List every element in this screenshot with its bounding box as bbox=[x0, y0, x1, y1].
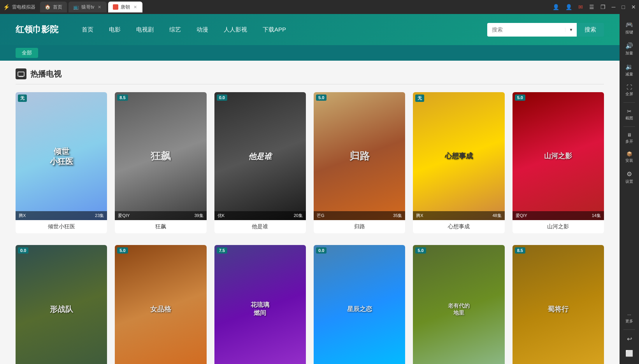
card-hualuli[interactable]: 花琉璃燃间 7.5 腾X 26集 花琉璃燃间 bbox=[214, 245, 306, 364]
section-hot-title: 热播电视 bbox=[30, 69, 61, 79]
sidebar-more-label: 更多 bbox=[625, 318, 633, 324]
nav-movie[interactable]: 电影 bbox=[109, 24, 121, 35]
card-qingshi[interactable]: 倾世小狂医 无 腾X 23集 倾世小狂医 bbox=[16, 92, 107, 233]
card-shujianxing[interactable]: 蜀将行 8.5 腾X 39集 蜀将行 bbox=[513, 245, 604, 364]
sidebar-settings-btn[interactable]: ⚙ 设置 bbox=[621, 167, 637, 187]
sidebar-controller-btn[interactable]: 🎮 按键 bbox=[621, 18, 637, 38]
titlebar-menu-icon[interactable]: ☰ bbox=[589, 4, 594, 10]
tab-home-label: 首页 bbox=[53, 4, 62, 10]
sidebar-fullscreen-btn[interactable]: ⛶ 全屏 bbox=[621, 81, 637, 100]
card-tashishui[interactable]: 他是谁 0.0 优K 20集 他是谁 bbox=[214, 92, 306, 233]
app-logo: 红领巾影院 bbox=[16, 24, 58, 35]
sidebar-multiopen-label: 多开 bbox=[625, 139, 633, 144]
nav-download[interactable]: 下载APP bbox=[263, 24, 286, 35]
sidebar-settings-label: 设置 bbox=[625, 179, 633, 184]
sidebar-volume-up-btn[interactable]: 🔊 加量 bbox=[621, 39, 637, 59]
sidebar-volume-down-btn[interactable]: 🔉 减量 bbox=[621, 60, 637, 80]
sidebar-controller-label: 按键 bbox=[625, 30, 633, 35]
sidebar-back-btn[interactable]: ↩ bbox=[621, 332, 637, 346]
titlebar-minimize-icon[interactable]: ─ bbox=[612, 4, 616, 10]
tab-home[interactable]: 🏠 首页 bbox=[40, 2, 67, 12]
card-badge-10: 5.0 bbox=[415, 247, 426, 254]
card-badge-7: 5.0 bbox=[117, 247, 128, 254]
card-meta-0: 腾X 23集 bbox=[16, 211, 107, 220]
titlebar-account-icon[interactable]: 👤 bbox=[565, 4, 572, 10]
app-header: 红领巾影院 首页 电影 电视剧 综艺 动漫 人人影视 下载APP ▼ 搜索 bbox=[0, 14, 620, 45]
nav-rrtv[interactable]: 人人影视 bbox=[224, 24, 247, 35]
settings-icon: ⚙ bbox=[627, 170, 632, 178]
card-meta-3: 芒G 35集 bbox=[314, 211, 405, 220]
more-icon: ··· bbox=[627, 312, 631, 317]
right-sidebar: 🎮 按键 🔊 加量 🔉 减量 ⛶ 全屏 ✂ 截图 🖥 bbox=[620, 14, 639, 364]
home-circle-icon: ⬜ bbox=[625, 350, 633, 357]
card-badge-2: 0.0 bbox=[217, 94, 227, 101]
fullscreen-icon: ⛶ bbox=[627, 84, 632, 90]
card-meta-5: 爱QIY 14集 bbox=[513, 211, 604, 220]
sidebar-home-btn[interactable]: ⬜ bbox=[621, 346, 637, 360]
card-badge-9: 0.0 bbox=[316, 247, 327, 254]
sidebar-multiopen-btn[interactable]: 🖥 多开 bbox=[621, 129, 637, 147]
tab-tangchao[interactable]: 唐朝 ✕ bbox=[108, 2, 142, 12]
sidebar-install-label: 安装 bbox=[625, 158, 633, 163]
screenshot-icon: ✂ bbox=[627, 108, 632, 114]
nav-menu: 首页 电影 电视剧 综艺 动漫 人人影视 下载APP bbox=[82, 24, 286, 35]
titlebar-person-icon[interactable]: 👤 bbox=[553, 4, 559, 10]
section-hot-header: 热播电视 bbox=[16, 68, 604, 84]
sidebar-screenshot-label: 截图 bbox=[625, 116, 633, 121]
card-badge-6: 0.0 bbox=[18, 247, 28, 254]
sidebar-screenshot-btn[interactable]: ✂ 截图 bbox=[621, 105, 637, 124]
card-title-4: 心想事成 bbox=[413, 220, 504, 233]
card-kuangbiao[interactable]: 狂飙 8.5 爱QIY 39集 狂飙 bbox=[115, 92, 206, 233]
card-title-1: 狂飙 bbox=[115, 220, 206, 233]
nav-tv[interactable]: 电视剧 bbox=[136, 24, 154, 35]
card-xinxiang[interactable]: 心想事成 无 腾X 48集 心想事成 bbox=[413, 92, 504, 233]
sidebar-divider-3 bbox=[623, 329, 635, 330]
sidebar-divider-2 bbox=[623, 126, 635, 127]
nav-variety[interactable]: 综艺 bbox=[169, 24, 181, 35]
sidebar-volume-up-label: 加量 bbox=[625, 51, 633, 56]
sidebar-more-btn[interactable]: ··· 更多 bbox=[621, 309, 637, 327]
tab-huiji-close[interactable]: ✕ bbox=[97, 4, 102, 10]
volume-down-icon: 🔉 bbox=[625, 63, 633, 70]
card-guilu[interactable]: 归路 5.0 芒G 35集 归路 bbox=[314, 92, 405, 233]
tab-tangchao-label: 唐朝 bbox=[121, 4, 130, 10]
hot-tv-grid: 倾世小狂医 无 腾X 23集 倾世小狂医 bbox=[16, 92, 604, 233]
card-nvpinge[interactable]: 女品格 5.0 芒G 55集 女品格 bbox=[115, 245, 206, 364]
sub-nav: 全部 bbox=[0, 45, 620, 61]
sidebar-fullscreen-label: 全屏 bbox=[625, 91, 633, 97]
titlebar-copy-icon[interactable]: ❐ bbox=[600, 4, 606, 10]
card-laoyou[interactable]: 老有代的地里 5.0 爱G 60集 老有代的地里 bbox=[413, 245, 504, 364]
search-area: ▼ 搜索 bbox=[487, 23, 604, 37]
card-title-2: 他是谁 bbox=[214, 220, 306, 233]
title-bar: ⚡ 雷电模拟器 🏠 首页 📺 猿哥tv ✕ 唐朝 ✕ 👤 👤 ✉ ☰ ❐ ─ □… bbox=[0, 0, 639, 14]
sidebar-install-btn[interactable]: 📦 安装 bbox=[621, 148, 637, 166]
card-xingzhan[interactable]: 形战队 0.0 优K 18集 形战队 bbox=[16, 245, 107, 364]
sidebar-divider-1 bbox=[623, 102, 635, 103]
card-badge-3: 5.0 bbox=[316, 94, 327, 101]
card-meta-2: 优K 20集 bbox=[214, 211, 306, 220]
hot-tv-grid-2: 形战队 0.0 优K 18集 形战队 bbox=[16, 245, 604, 364]
app-title: 雷电模拟器 bbox=[12, 4, 35, 10]
tab-huiji[interactable]: 📺 猿哥tv ✕ bbox=[68, 2, 107, 12]
nav-home[interactable]: 首页 bbox=[82, 24, 93, 35]
sub-nav-all[interactable]: 全部 bbox=[16, 48, 38, 58]
titlebar-close-icon[interactable]: ✕ bbox=[631, 4, 636, 10]
card-xingchen[interactable]: 星辰之恋 0.0 优K 40集 星辰之恋 bbox=[314, 245, 405, 364]
volume-up-icon: 🔊 bbox=[625, 42, 633, 49]
svg-rect-0 bbox=[18, 72, 24, 76]
card-title-5: 山河之影 bbox=[513, 220, 604, 233]
card-shanhe[interactable]: 山河之影 5.0 爱QIY 14集 山河之影 bbox=[513, 92, 604, 233]
sidebar-volume-down-label: 减量 bbox=[625, 72, 633, 77]
search-button[interactable]: 搜索 bbox=[577, 23, 604, 37]
nav-anime[interactable]: 动漫 bbox=[197, 24, 208, 35]
search-dropdown-btn[interactable]: ▼ bbox=[565, 28, 577, 32]
titlebar-maximize-icon[interactable]: □ bbox=[622, 4, 625, 10]
search-input[interactable] bbox=[487, 23, 565, 36]
titlebar-mail-icon[interactable]: ✉ bbox=[578, 4, 583, 10]
card-badge-4: 无 bbox=[415, 94, 424, 102]
controller-icon: 🎮 bbox=[625, 21, 633, 28]
card-meta-1: 爱QIY 39集 bbox=[115, 211, 206, 220]
main-content: 热播电视 倾世小狂医 无 bbox=[0, 61, 620, 364]
card-title-0: 倾世小狂医 bbox=[16, 220, 107, 233]
tab-tangchao-close[interactable]: ✕ bbox=[132, 4, 138, 10]
